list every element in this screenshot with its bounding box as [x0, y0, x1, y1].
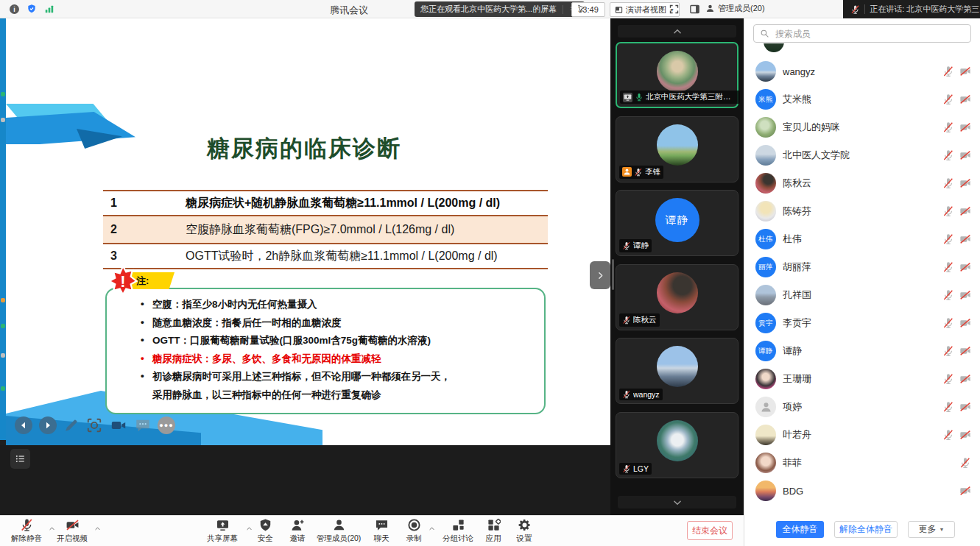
- member-search-box[interactable]: [753, 24, 971, 43]
- mic-muted-icon[interactable]: [942, 345, 954, 357]
- diagnosis-criteria-table: 1糖尿病症状+随机静脉血浆葡萄糖≥11.1mmol / L(200mg / dl…: [103, 190, 548, 269]
- video-tile[interactable]: 谭静谭静: [616, 190, 738, 256]
- mic-muted-icon[interactable]: [942, 121, 954, 133]
- member-row[interactable]: 叶若舟: [744, 421, 980, 449]
- mic-muted-icon[interactable]: [942, 149, 954, 161]
- comment-tool-icon[interactable]: [135, 417, 151, 433]
- participant-name: 李锋: [645, 167, 660, 177]
- toolbar-item-apps[interactable]: 应用: [480, 518, 507, 544]
- member-row[interactable]: 菲菲: [744, 449, 980, 477]
- shield-icon: [258, 518, 272, 532]
- member-row[interactable]: 谭静谭静: [744, 337, 980, 365]
- mic-muted-icon[interactable]: [942, 93, 954, 105]
- camera-off-icon[interactable]: [959, 65, 971, 77]
- apps-icon: [487, 518, 501, 532]
- toolbar-item-blocks[interactable]: 分组讨论: [437, 518, 479, 544]
- pencil-annotate-icon[interactable]: [63, 417, 80, 433]
- caret-down-icon: ▼: [940, 527, 945, 532]
- mic-muted-icon[interactable]: [942, 317, 954, 329]
- member-name: 胡丽萍: [783, 253, 811, 281]
- mic-muted-icon[interactable]: [942, 205, 954, 217]
- member-role-icon: [622, 167, 632, 177]
- manage-members-top-button[interactable]: 管理成员(20): [705, 3, 765, 14]
- toolbar-item-chat[interactable]: 聊天: [368, 518, 395, 544]
- chevron-up-icon[interactable]: [94, 525, 101, 532]
- focus-mode-icon[interactable]: [86, 417, 102, 433]
- member-name: 叶若舟: [783, 421, 811, 449]
- toolbar-item-share[interactable]: 共享屏幕: [200, 518, 244, 544]
- mic-muted-icon[interactable]: [942, 429, 954, 441]
- camera-off-icon[interactable]: [959, 345, 971, 357]
- unmute-all-button[interactable]: 解除全体静音: [834, 521, 898, 538]
- mic-muted-icon[interactable]: [942, 401, 954, 413]
- filmstrip-collapse-handle[interactable]: [590, 261, 610, 289]
- more-button[interactable]: 更多▼: [908, 521, 955, 538]
- camera-off-icon[interactable]: [959, 401, 971, 413]
- mute-all-button[interactable]: 全体静音: [776, 521, 824, 538]
- member-row[interactable]: 贡宇李贡宇: [744, 309, 980, 337]
- toolbar-item-cam-off[interactable]: 开启视频: [52, 518, 93, 544]
- toolbar-item-record[interactable]: 录制: [401, 518, 427, 544]
- mic-muted-icon[interactable]: [942, 65, 954, 77]
- camera-off-icon[interactable]: [959, 261, 971, 273]
- video-tile[interactable]: LGY: [616, 412, 738, 478]
- camera-off-icon[interactable]: [959, 429, 971, 441]
- camera-off-icon[interactable]: [959, 93, 971, 105]
- toolbar-item-mic-off[interactable]: 解除静音: [6, 518, 47, 544]
- camera-off-icon[interactable]: [959, 373, 971, 385]
- camera-tool-icon[interactable]: [109, 417, 128, 433]
- info-icon[interactable]: i: [10, 4, 19, 14]
- end-meeting-button[interactable]: 结束会议: [687, 521, 733, 540]
- member-row[interactable]: 孔祥国: [744, 281, 980, 309]
- more-tools-button[interactable]: ●●●: [158, 416, 175, 434]
- mic-muted-icon[interactable]: [942, 373, 954, 385]
- mic-muted-icon[interactable]: [942, 261, 954, 273]
- filmstrip-scroll-down-button[interactable]: [618, 496, 736, 508]
- toolbar-item-gear[interactable]: 设置: [511, 518, 537, 544]
- fullscreen-corners-icon[interactable]: [669, 4, 680, 15]
- member-row[interactable]: 项婷: [744, 393, 980, 421]
- camera-off-icon[interactable]: [959, 205, 971, 217]
- toolbar-item-invite[interactable]: 邀请: [284, 518, 311, 544]
- camera-off-icon[interactable]: [959, 289, 971, 301]
- video-tile[interactable]: 李锋: [616, 116, 738, 182]
- mic-muted-icon[interactable]: [942, 177, 954, 189]
- camera-off-icon[interactable]: [959, 485, 971, 497]
- member-row[interactable]: 王珊珊: [744, 365, 980, 393]
- member-row[interactable]: 陈秋云: [744, 169, 980, 197]
- camera-off-icon[interactable]: [959, 177, 971, 189]
- side-panel-icon[interactable]: [689, 4, 700, 15]
- camera-off-icon[interactable]: [959, 317, 971, 329]
- network-signal-icon[interactable]: [44, 4, 54, 14]
- camera-off-icon[interactable]: [959, 149, 971, 161]
- shield-protect-icon[interactable]: [27, 4, 37, 14]
- member-row[interactable]: 陈铸芬: [744, 197, 980, 225]
- member-row[interactable]: BDG: [744, 477, 980, 505]
- filmstrip-scrollbar[interactable]: [612, 259, 614, 290]
- presentation-controls: ●●●: [15, 416, 175, 434]
- camera-off-icon[interactable]: [959, 121, 971, 133]
- member-row[interactable]: 宝贝儿的妈咪: [744, 113, 980, 141]
- slide-list-button[interactable]: [10, 449, 30, 469]
- filmstrip-scroll-up-button[interactable]: [618, 25, 736, 38]
- search-input[interactable]: [774, 28, 965, 40]
- member-row[interactable]: 丽萍胡丽萍: [744, 253, 980, 281]
- member-row[interactable]: 杜伟杜伟: [744, 225, 980, 253]
- member-row[interactable]: 北中医人文学院: [744, 141, 980, 169]
- video-tile[interactable]: 陈秋云: [616, 264, 738, 330]
- mic-muted-icon[interactable]: [942, 289, 954, 301]
- member-row[interactable]: wangyz: [744, 57, 980, 85]
- mic-muted-icon[interactable]: [942, 233, 954, 245]
- toolbar-item-person[interactable]: 管理成员(20): [314, 518, 364, 544]
- next-slide-button[interactable]: [39, 416, 57, 434]
- member-name: 陈秋云: [783, 169, 811, 197]
- member-row[interactable]: 米熊艾米熊: [744, 85, 980, 113]
- mic-muted-icon[interactable]: [959, 457, 971, 469]
- video-tile[interactable]: 北京中医药大学第三附属医院...: [616, 42, 738, 108]
- video-tile[interactable]: wangyz: [616, 338, 738, 404]
- prev-slide-button[interactable]: [15, 416, 32, 434]
- chevron-up-icon[interactable]: [429, 525, 435, 532]
- avatar: 丽萍: [755, 257, 776, 277]
- camera-off-icon[interactable]: [959, 233, 971, 245]
- toolbar-item-shield[interactable]: 安全: [252, 518, 278, 544]
